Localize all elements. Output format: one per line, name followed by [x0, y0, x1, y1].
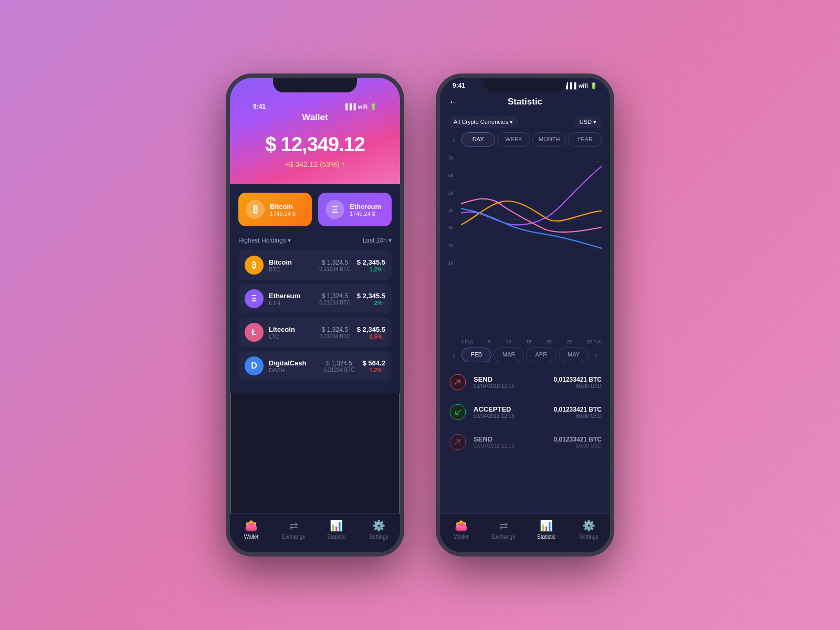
tx-btc-accepted: 0,01233421 BTC: [554, 406, 602, 413]
coin-pct-btc: 1.2%↑: [357, 266, 385, 272]
time-tab-week[interactable]: WEEK: [497, 132, 531, 147]
coin-icon-eth: Ξ: [245, 289, 264, 308]
coin-mid-dash: $ 1,324.5 0,21234 BTC: [316, 360, 362, 373]
month-tab-prev[interactable]: ‹: [448, 348, 459, 362]
month-tab-apr[interactable]: APR: [526, 348, 556, 362]
coin-row-dash[interactable]: D DigitalCash DASH $ 1,324.5 0,21234 BTC…: [238, 351, 392, 381]
x-label-30: 30 Feb: [587, 339, 602, 344]
stat-header: ← Statistic: [440, 91, 610, 114]
month-tab-may[interactable]: MAY: [559, 348, 589, 362]
nav-exchange[interactable]: ⇄ Exchange: [272, 519, 315, 540]
statistic-phone: 9:41 ▐▐▐ wifi 🔋 ← Statistic All Crypto C…: [436, 74, 614, 556]
month-tab-feb[interactable]: FEB: [461, 348, 492, 362]
y-label-6k: 6k: [448, 173, 454, 178]
stat-nav-settings-icon: ⚙️: [582, 519, 595, 532]
crypto-cards: ₿ Bitcoin 1745,24 $ Ξ Ethereum 1745,24 $: [238, 193, 392, 226]
stat-nav-wallet-icon: 👛: [455, 519, 468, 532]
tx-usd-accepted: 80,00 USD: [554, 413, 602, 419]
stat-filters: All Crypto Currencies ▾ USD ▾: [440, 114, 610, 132]
y-label-7k: 7k: [448, 155, 454, 161]
usd-filter[interactable]: USD ▾: [574, 116, 602, 128]
y-label-4k: 4k: [448, 208, 454, 213]
tx-usd-send-1: 80,00 USD: [554, 383, 602, 389]
y-label-1k: 1k: [448, 260, 454, 266]
nav-wallet-icon: 👛: [245, 519, 258, 532]
nav-settings[interactable]: ⚙️ Settings: [358, 519, 400, 540]
coin-mid-eth: $ 1,324.5 0,21234 BTC: [313, 292, 357, 306]
ethereum-card[interactable]: Ξ Ethereum 1745,24 $: [318, 193, 392, 226]
coin-val-btc: $ 2,345.5: [357, 258, 385, 266]
coin-pct-dash: 1.2%↓: [363, 367, 385, 373]
stat-nav-statistic-label: Statistic: [537, 534, 555, 540]
stat-nav-statistic[interactable]: 📊 Statistic: [525, 519, 568, 540]
tx-row-accepted[interactable]: ACCEPTED 09/04/2018 12:15 0,01233421 BTC…: [448, 397, 602, 427]
nav-wallet[interactable]: 👛 Wallet: [230, 519, 272, 540]
stat-status-time: 9:41: [453, 82, 465, 89]
x-label-1: 1 Feb: [461, 339, 473, 344]
x-label-15: 15: [526, 339, 531, 344]
coin-price-dash: $ 1,324.5: [316, 360, 362, 367]
stat-title: Statistic: [463, 97, 587, 107]
coin-ticker-ltc: LTC: [269, 333, 313, 340]
coin-info-ltc: Litecoin LTC: [269, 326, 313, 340]
coin-name-btc: Bitcoin: [269, 258, 313, 266]
wallet-phone: 9:41 ▐▐▐ wifi 🔋 Wallet $ 12,349.12 +$ 34…: [226, 74, 404, 556]
time-tab-month[interactable]: MONTH: [532, 132, 566, 147]
wallet-change: +$ 342.12 (53%) ↑: [240, 160, 390, 169]
coin-right-btc: $ 2,345.5 1.2%↑: [357, 258, 385, 272]
wallet-body: ₿ Bitcoin 1745,24 $ Ξ Ethereum 1745,24 $…: [230, 184, 400, 393]
coin-row-eth[interactable]: Ξ Ethereum ETH $ 1,324.5 0,21234 BTC $ 2…: [238, 284, 392, 313]
time-tab-prev[interactable]: ‹: [448, 132, 459, 147]
coin-name-eth: Ethereum: [269, 292, 313, 300]
coin-row-btc[interactable]: ₿ Bitcoin BTC $ 1,324.5 0,21234 BTC $ 2,…: [238, 250, 392, 280]
btc-card-info: Bitcoin 1745,24 $: [270, 203, 296, 217]
coin-icon-dash: D: [245, 356, 264, 375]
time-tab-day[interactable]: DAY: [461, 132, 495, 147]
bitcoin-card[interactable]: ₿ Bitcoin 1745,24 $: [238, 193, 312, 226]
holdings-header: Highest Holdings ▾ Last 24h ▾: [238, 237, 392, 244]
stat-battery-icon: 🔋: [590, 82, 597, 89]
tx-date-accepted: 09/04/2018 12:15: [474, 413, 548, 419]
tx-row-send-1[interactable]: SEND 09/04/2018 12:15 0,01233421 BTC 80,…: [448, 368, 602, 397]
coin-row-ltc[interactable]: Ł Litecoin LTC $ 1,324.5 0,21234 BTC $ 2…: [238, 318, 392, 347]
month-tab-mar[interactable]: MAR: [494, 348, 524, 362]
chart-area: 7k 6k 5k 4k 3k 2k 1k: [440, 151, 610, 338]
wifi-icon: wifi: [358, 103, 368, 110]
tx-btc-send-2: 0,01233421 BTC: [554, 436, 602, 443]
nav-statistic[interactable]: 📊 Statistic: [315, 519, 358, 540]
battery-icon: 🔋: [370, 103, 377, 110]
nav-exchange-icon: ⇄: [289, 519, 298, 532]
tx-info-accepted: ACCEPTED 09/04/2018 12:15: [474, 405, 548, 419]
wallet-header: 9:41 ▐▐▐ wifi 🔋 Wallet $ 12,349.12 +$ 34…: [230, 78, 400, 184]
x-label-25: 25: [566, 339, 572, 344]
stat-nav-wallet-label: Wallet: [454, 534, 468, 540]
tx-type-send-1: SEND: [474, 375, 548, 383]
eth-icon: Ξ: [326, 200, 344, 219]
coin-val-dash: $ 564.2: [363, 359, 385, 367]
tx-date-send-2: 09/04/2018 12:15: [474, 443, 548, 449]
coin-name-ltc: Litecoin: [269, 326, 313, 333]
stat-nav-settings[interactable]: ⚙️ Settings: [568, 519, 610, 540]
coin-val-eth: $ 2,345.5: [357, 292, 385, 300]
period-label[interactable]: Last 24h ▾: [363, 237, 392, 244]
holdings-label[interactable]: Highest Holdings ▾: [238, 237, 291, 244]
back-button[interactable]: ←: [448, 96, 459, 108]
coin-price-ltc: $ 1,324.5: [313, 326, 357, 333]
wallet-amount: $ 12,349.12: [240, 133, 390, 156]
nav-settings-icon: ⚙️: [372, 519, 385, 532]
stat-nav-exchange[interactable]: ⇄ Exchange: [482, 519, 525, 540]
y-labels: 7k 6k 5k 4k 3k 2k 1k: [448, 155, 454, 266]
eth-val: 1745,24 $: [350, 211, 381, 217]
notch: [273, 78, 357, 92]
time-tab-year[interactable]: YEAR: [568, 132, 602, 147]
month-tab-next[interactable]: ›: [591, 348, 602, 362]
coin-pct-eth: 2%↑: [357, 300, 385, 306]
coin-ticker-btc: BTC: [269, 266, 313, 272]
stat-notch: [483, 78, 567, 92]
currency-filter-label: All Crypto Currencies ▾: [454, 119, 513, 125]
coin-info-dash: DigitalCash DASH: [269, 359, 316, 373]
tx-row-send-2[interactable]: SEND 09/04/2018 12:15 0,01233421 BTC 80,…: [448, 427, 602, 457]
currency-filter[interactable]: All Crypto Currencies ▾: [448, 116, 518, 128]
stat-nav-wallet[interactable]: 👛 Wallet: [440, 519, 482, 540]
coin-icon-btc: ₿: [245, 256, 264, 275]
